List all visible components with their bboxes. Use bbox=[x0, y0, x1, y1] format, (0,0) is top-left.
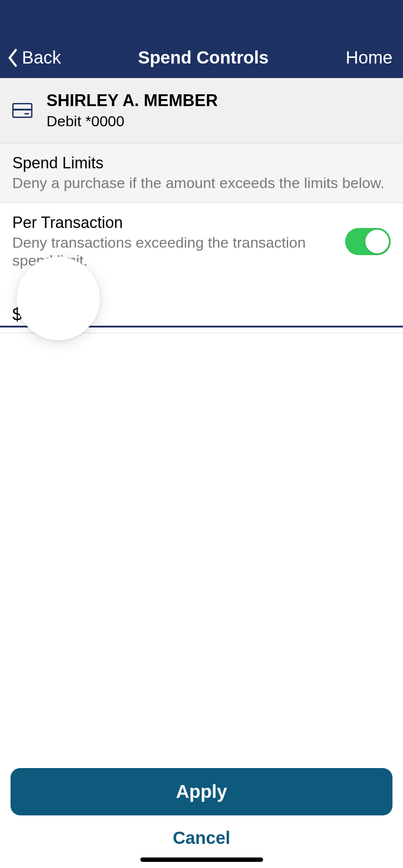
home-indicator bbox=[140, 857, 263, 862]
per-transaction-toggle[interactable] bbox=[345, 228, 391, 255]
card-text: SHIRLEY A. MEMBER Debit *0000 bbox=[46, 91, 218, 130]
toggle-knob bbox=[365, 230, 389, 253]
spend-limits-description: Deny a purchase if the amount exceeds th… bbox=[12, 174, 391, 192]
apply-button[interactable]: Apply bbox=[11, 768, 392, 815]
card-label: Debit *0000 bbox=[46, 113, 218, 130]
page-title: Spend Controls bbox=[138, 48, 269, 68]
home-button[interactable]: Home bbox=[346, 48, 392, 68]
back-button[interactable]: Back bbox=[6, 48, 61, 68]
nav-header: Back Spend Controls Home bbox=[0, 0, 403, 78]
per-transaction-title: Per Transaction bbox=[12, 213, 319, 232]
amount-field-wrap: $ bbox=[0, 282, 403, 327]
chevron-left-icon bbox=[6, 48, 19, 68]
per-transaction-row: Per Transaction Deny transactions exceed… bbox=[0, 203, 403, 283]
divider bbox=[0, 333, 403, 333]
card-holder-name: SHIRLEY A. MEMBER bbox=[46, 91, 218, 110]
back-label: Back bbox=[22, 48, 61, 68]
card-info-row: SHIRLEY A. MEMBER Debit *0000 bbox=[0, 78, 403, 143]
spend-limits-header: Spend Limits Deny a purchase if the amou… bbox=[0, 143, 403, 203]
spend-limits-title: Spend Limits bbox=[12, 154, 391, 172]
card-icon bbox=[12, 103, 32, 118]
currency-symbol: $ bbox=[12, 304, 22, 324]
per-transaction-description: Deny transactions exceeding the transact… bbox=[12, 234, 319, 270]
cancel-button[interactable]: Cancel bbox=[11, 818, 392, 857]
bottom-action-bar: Apply Cancel bbox=[0, 758, 403, 868]
per-transaction-text: Per Transaction Deny transactions exceed… bbox=[12, 213, 319, 270]
amount-input[interactable] bbox=[25, 304, 391, 324]
